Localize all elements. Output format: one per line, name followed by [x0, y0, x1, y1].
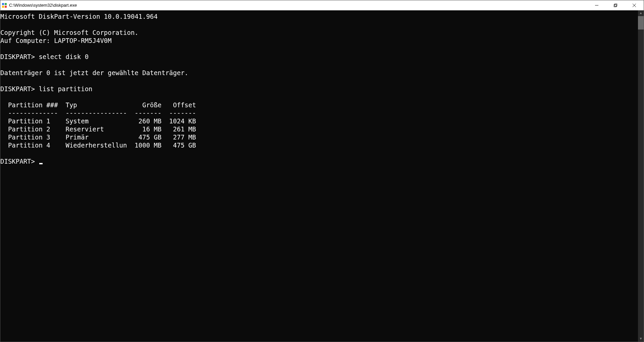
scroll-up-arrow-icon[interactable]: ▲	[638, 10, 644, 16]
vertical-scrollbar[interactable]: ▲ ▼	[638, 10, 644, 342]
svg-rect-5	[614, 4, 616, 7]
maximize-button[interactable]	[606, 0, 625, 10]
cursor	[39, 163, 43, 164]
app-icon	[2, 3, 7, 8]
minimize-icon	[595, 3, 599, 7]
scroll-track[interactable]	[638, 16, 644, 336]
svg-rect-3	[5, 6, 7, 8]
maximize-icon	[613, 3, 618, 7]
svg-rect-0	[2, 3, 4, 5]
minimize-button[interactable]	[587, 0, 606, 10]
svg-rect-6	[615, 4, 617, 6]
terminal-output[interactable]: Microsoft DiskPart-Version 10.0.19041.96…	[0, 10, 638, 342]
close-icon	[632, 3, 636, 7]
diskpart-window: C:\Windows\system32\diskpart.exe Microso…	[0, 0, 644, 342]
svg-rect-2	[2, 6, 4, 8]
scroll-thumb[interactable]	[638, 16, 644, 30]
window-title: C:\Windows\system32\diskpart.exe	[9, 3, 77, 8]
scroll-down-arrow-icon[interactable]: ▼	[638, 336, 644, 342]
close-button[interactable]	[625, 0, 644, 10]
svg-rect-1	[5, 3, 7, 5]
title-bar[interactable]: C:\Windows\system32\diskpart.exe	[0, 0, 644, 10]
